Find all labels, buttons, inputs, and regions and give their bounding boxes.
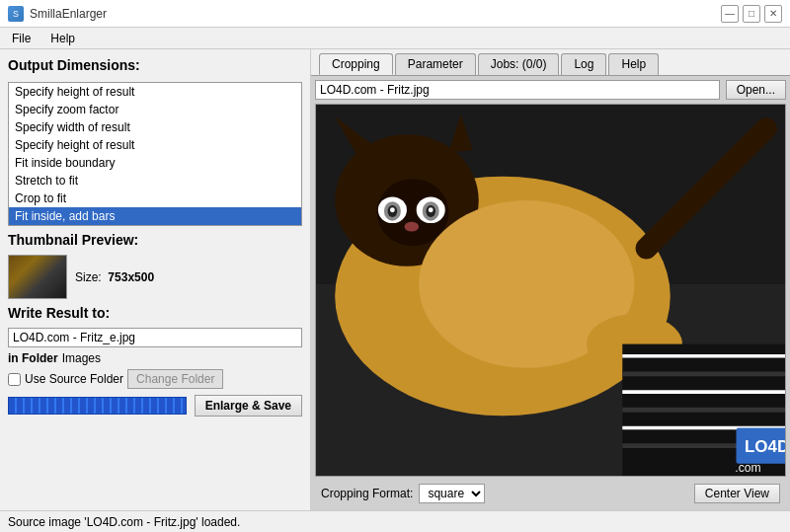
folder-name: Images xyxy=(62,351,101,365)
svg-point-12 xyxy=(390,207,395,212)
in-folder-label: in Folder xyxy=(8,351,58,365)
menu-help[interactable]: Help xyxy=(46,31,79,46)
app-icon: S xyxy=(8,6,24,22)
tab-jobs[interactable]: Jobs: (0/0) xyxy=(478,53,560,75)
list-item-7[interactable]: Fit inside, add bars xyxy=(9,207,301,225)
progress-enlarge-row: Enlarge & Save xyxy=(8,395,302,417)
size-label: Size: 753x500 xyxy=(75,270,154,284)
open-button[interactable]: Open... xyxy=(726,80,786,100)
cropping-format-label: Cropping Format: xyxy=(321,487,413,500)
list-item-4[interactable]: Fit inside boundary xyxy=(9,154,301,172)
title-bar: S SmillaEnlarger — □ ✕ xyxy=(0,0,790,28)
cropping-format-row: Cropping Format: square xyxy=(321,484,485,503)
status-text: Source image 'LO4D.com - Fritz.jpg' load… xyxy=(8,515,240,529)
svg-text:.com: .com xyxy=(735,461,760,475)
list-item-1[interactable]: Specify zoom factor xyxy=(9,101,301,118)
status-bar: Source image 'LO4D.com - Fritz.jpg' load… xyxy=(0,510,790,532)
progress-bar xyxy=(8,397,187,415)
output-dimensions-list[interactable]: Specify height of result Specify zoom fa… xyxy=(8,82,302,226)
window-controls: — □ ✕ xyxy=(721,5,782,23)
thumbnail-section: Thumbnail Preview: Size: 753x500 xyxy=(8,232,302,299)
folder-row: in Folder Images xyxy=(8,351,302,365)
image-toolbar: Open... xyxy=(315,80,786,100)
change-folder-button[interactable]: Change Folder xyxy=(127,369,223,389)
image-area: Open... xyxy=(311,76,790,510)
cat-image-inner: LO4D .com xyxy=(316,105,785,476)
tab-parameter[interactable]: Parameter xyxy=(395,53,476,75)
list-item-3[interactable]: Specify height of result xyxy=(9,136,301,154)
use-source-folder-row: Use Source Folder Change Folder xyxy=(8,369,302,389)
svg-point-16 xyxy=(429,207,434,212)
window-title: SmillaEnlarger xyxy=(30,7,107,21)
output-dimensions-title: Output Dimensions: xyxy=(8,57,302,73)
use-source-folder-checkbox[interactable] xyxy=(8,373,21,386)
filename-input[interactable] xyxy=(8,328,302,347)
close-button[interactable]: ✕ xyxy=(764,5,782,23)
right-panel: Cropping Parameter Jobs: (0/0) Log Help … xyxy=(311,49,790,510)
cropping-format-select[interactable]: square xyxy=(419,484,485,503)
size-value: 753x500 xyxy=(108,270,154,284)
enlarge-save-button[interactable]: Enlarge & Save xyxy=(195,395,302,417)
thumbnail-title: Thumbnail Preview: xyxy=(8,232,302,248)
list-item-5[interactable]: Stretch to fit xyxy=(9,172,301,190)
tab-cropping[interactable]: Cropping xyxy=(319,53,393,75)
svg-text:LO4D: LO4D xyxy=(745,437,785,456)
image-path-input[interactable] xyxy=(315,80,720,100)
tab-log[interactable]: Log xyxy=(561,53,606,75)
bottom-bar: Cropping Format: square Center View xyxy=(315,481,786,506)
cat-svg: LO4D .com xyxy=(316,105,785,476)
tab-help[interactable]: Help xyxy=(608,53,659,75)
list-item-6[interactable]: Crop to fit xyxy=(9,190,301,207)
write-result-section: Write Result to: in Folder Images Use So… xyxy=(8,305,302,389)
left-panel: Output Dimensions: Specify height of res… xyxy=(0,49,311,510)
menu-bar: File Help xyxy=(0,28,790,49)
center-view-button[interactable]: Center View xyxy=(694,484,780,503)
list-item-2[interactable]: Specify width of result xyxy=(9,118,301,136)
list-item-0[interactable]: Specify height of result xyxy=(9,83,301,101)
main-layout: Output Dimensions: Specify height of res… xyxy=(0,49,790,510)
cat-image: LO4D .com xyxy=(315,104,786,477)
minimize-button[interactable]: — xyxy=(721,5,739,23)
use-source-folder-label: Use Source Folder xyxy=(25,372,123,386)
write-result-title: Write Result to: xyxy=(8,305,302,321)
app-icon-letter: S xyxy=(13,9,19,19)
thumbnail-inner xyxy=(9,256,66,298)
tab-bar: Cropping Parameter Jobs: (0/0) Log Help xyxy=(311,49,790,76)
menu-file[interactable]: File xyxy=(8,31,35,46)
thumbnail-image xyxy=(8,255,67,299)
svg-point-17 xyxy=(405,222,420,232)
maximize-button[interactable]: □ xyxy=(743,5,760,23)
